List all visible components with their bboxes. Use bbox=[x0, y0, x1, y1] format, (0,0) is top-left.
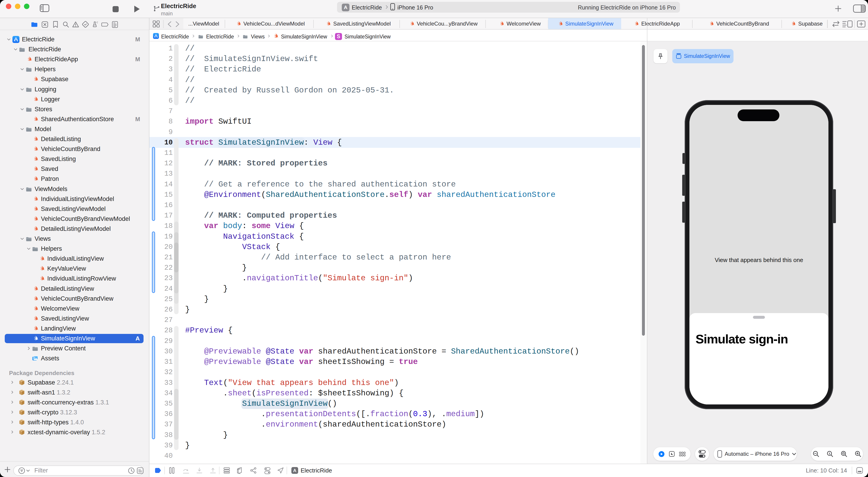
svg-text:1: 1 bbox=[829, 452, 830, 455]
